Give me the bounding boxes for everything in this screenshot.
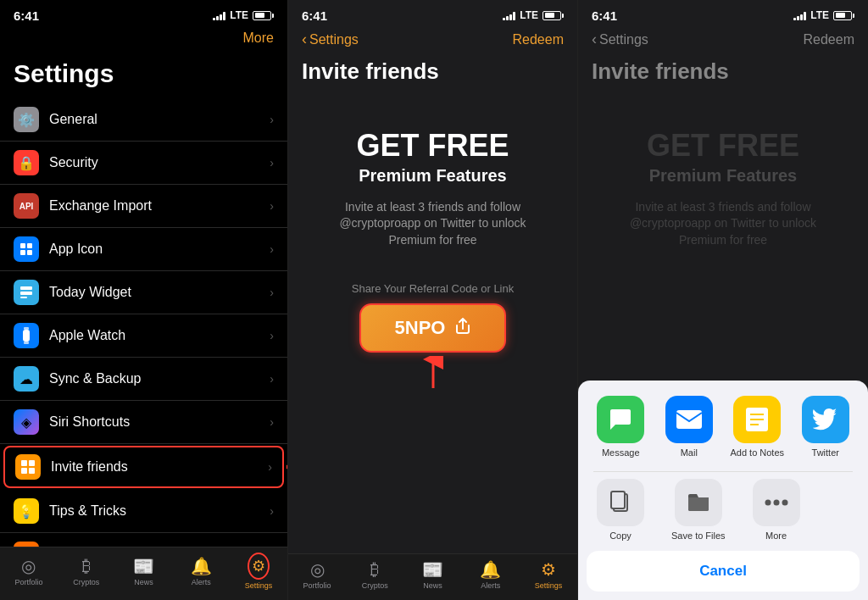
- share-apps-row1: Message Mail Add to Notes: [587, 389, 860, 464]
- share-action-more[interactable]: More: [753, 479, 800, 541]
- exchange-icon: API: [14, 193, 39, 219]
- portfolio-label-2: Portfolio: [303, 581, 331, 590]
- files-label: Save to Files: [671, 531, 726, 541]
- widget-label: Today Widget: [49, 285, 270, 300]
- nav-bar-3: ‹ Settings Redeem: [578, 27, 868, 55]
- svg-point-27: [782, 500, 787, 506]
- settings-item-appicon[interactable]: App Icon ›: [0, 228, 287, 271]
- tab-cryptos-1[interactable]: ₿ Cryptos: [58, 557, 115, 586]
- arrow-annotation-2: [420, 356, 446, 390]
- redeem-button-3[interactable]: Redeem: [804, 32, 854, 47]
- svg-rect-9: [24, 342, 29, 344]
- settings-item-siri[interactable]: ◈ Siri Shortcuts ›: [0, 401, 287, 444]
- settings-item-exchange[interactable]: API Exchange Import ›: [0, 185, 287, 228]
- files-icon: [675, 479, 722, 526]
- settings-item-invite[interactable]: Invite friends ›: [3, 446, 284, 488]
- cancel-button[interactable]: Cancel: [587, 551, 860, 592]
- time-1: 6:41: [14, 8, 39, 23]
- settings-item-widget[interactable]: Today Widget ›: [0, 271, 287, 314]
- share-apps-row2: Copy Save to Files: [587, 472, 860, 547]
- tips-label: Tips & Tricks: [49, 503, 270, 519]
- copy-icon: [597, 479, 644, 526]
- signal-bars-3: [793, 11, 806, 20]
- share-app-mail[interactable]: Mail: [661, 396, 716, 458]
- security-label: Security: [49, 155, 270, 170]
- invite-description-3: Invite at least 3 friends and follow @cr…: [613, 199, 833, 249]
- settings-list: ⚙️ General › 🔒 Security › API Exchange I…: [0, 98, 287, 547]
- tab-settings-2[interactable]: ⚙ Settings: [520, 559, 577, 590]
- message-label: Message: [602, 447, 640, 458]
- settings-item-security[interactable]: 🔒 Security ›: [0, 142, 287, 185]
- general-icon: ⚙️: [14, 107, 39, 132]
- exchange-label: Exchange Import: [49, 198, 270, 214]
- status-bar-1: 6:41 LTE: [0, 0, 287, 27]
- lte-label-2: LTE: [520, 9, 538, 21]
- share-app-notes[interactable]: Add to Notes: [730, 396, 785, 458]
- cryptos-icon-2: ₿: [370, 560, 379, 580]
- referral-button-2[interactable]: 5NPO: [359, 303, 507, 353]
- tab-bar-1: ◎ Portfolio ₿ Cryptos 📰 News 🔔 Alerts ⚙ …: [0, 547, 287, 600]
- settings-label-1: Settings: [245, 581, 273, 590]
- settings-item-general[interactable]: ⚙️ General ›: [0, 98, 287, 142]
- invite-title-2: Invite friends: [302, 58, 564, 85]
- share-sheet: Message Mail Add to Notes: [578, 381, 868, 600]
- widget-icon: [14, 280, 39, 305]
- time-3: 6:41: [592, 8, 617, 23]
- tab-bar-2: ◎ Portfolio ₿ Cryptos 📰 News 🔔 Alerts ⚙ …: [288, 553, 577, 600]
- more-button[interactable]: More: [243, 31, 274, 46]
- twitter-label: Twitter: [812, 447, 839, 458]
- portfolio-icon-1: ◎: [21, 556, 36, 576]
- svg-rect-1: [27, 243, 32, 248]
- tab-settings-1[interactable]: ⚙ Settings: [230, 553, 287, 590]
- svg-rect-12: [21, 468, 27, 474]
- svg-rect-0: [20, 243, 25, 248]
- settings-title: Settings: [14, 59, 274, 88]
- roadmap-icon: +: [14, 542, 39, 547]
- signal-bars-1: [213, 11, 225, 20]
- tab-alerts-1[interactable]: 🔔 Alerts: [172, 556, 230, 586]
- siri-label: Siri Shortcuts: [49, 414, 270, 430]
- copy-label: Copy: [609, 531, 632, 541]
- tab-cryptos-2[interactable]: ₿ Cryptos: [346, 560, 403, 590]
- alerts-label-2: Alerts: [481, 581, 500, 590]
- svg-rect-5: [20, 292, 32, 295]
- panel-settings: 6:41 LTE More Settings ⚙️ General ›: [0, 0, 288, 600]
- tab-portfolio-1[interactable]: ◎ Portfolio: [0, 556, 58, 586]
- status-icons-1: LTE: [213, 9, 274, 21]
- tab-portfolio-2[interactable]: ◎ Portfolio: [288, 559, 346, 590]
- settings-item-roadmap[interactable]: + Feature Roadmap ›: [0, 533, 287, 547]
- nav-bar-1: More: [0, 27, 287, 53]
- security-icon: 🔒: [14, 150, 39, 175]
- back-button-3[interactable]: ‹ Settings: [592, 31, 648, 48]
- back-button-2[interactable]: ‹ Settings: [302, 31, 359, 48]
- news-icon-2: 📰: [422, 559, 443, 580]
- watch-icon: [14, 323, 39, 348]
- share-label-2: Share Your Referral Code or Link: [352, 282, 515, 295]
- cryptos-label-1: Cryptos: [73, 578, 99, 586]
- more-icon: [753, 479, 800, 526]
- svg-rect-10: [21, 460, 27, 466]
- share-action-files[interactable]: Save to Files: [671, 479, 726, 541]
- sync-label: Sync & Backup: [49, 371, 270, 386]
- settings-item-tips[interactable]: 💡 Tips & Tricks ›: [0, 490, 287, 533]
- settings-item-watch[interactable]: Apple Watch ›: [0, 314, 287, 358]
- more-label: More: [765, 531, 787, 541]
- status-icons-2: LTE: [503, 9, 564, 21]
- mail-icon: [665, 396, 713, 443]
- sync-icon: ☁: [14, 366, 39, 392]
- redeem-button-2[interactable]: Redeem: [513, 32, 564, 47]
- news-label-2: News: [423, 581, 442, 590]
- share-app-twitter[interactable]: Twitter: [798, 396, 853, 458]
- share-action-copy[interactable]: Copy: [597, 479, 644, 541]
- battery-2: [542, 11, 564, 20]
- share-app-message[interactable]: Message: [593, 396, 648, 458]
- settings-item-sync[interactable]: ☁ Sync & Backup ›: [0, 358, 287, 401]
- cryptos-icon-1: ₿: [82, 557, 91, 576]
- tab-news-2[interactable]: 📰 News: [403, 559, 461, 590]
- back-label-2: Settings: [309, 32, 359, 47]
- tab-news-1[interactable]: 📰 News: [115, 556, 173, 586]
- panel-invite: 6:41 LTE ‹ Settings Redeem Invite friend…: [288, 0, 578, 600]
- premium-subtitle-2: Premium Features: [359, 166, 507, 186]
- tab-alerts-2[interactable]: 🔔 Alerts: [462, 559, 520, 590]
- svg-rect-8: [24, 327, 29, 330]
